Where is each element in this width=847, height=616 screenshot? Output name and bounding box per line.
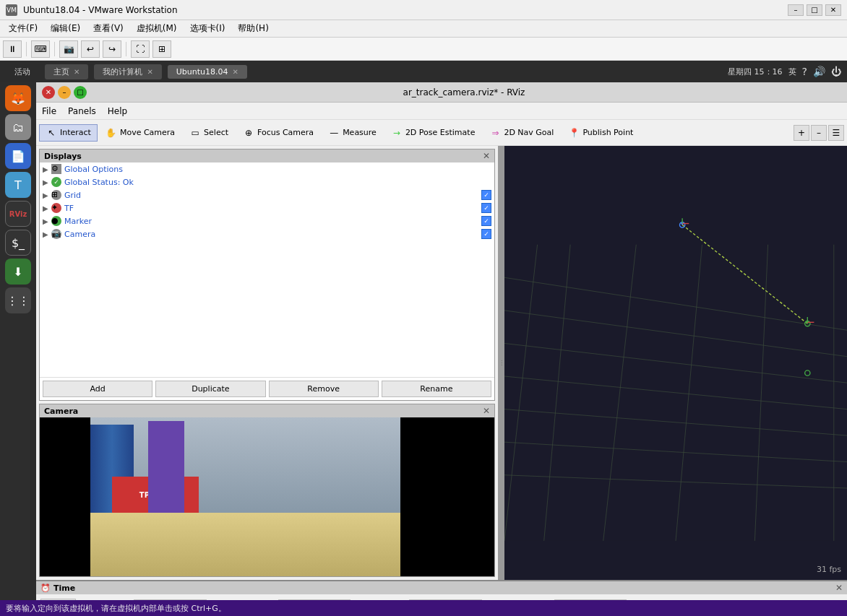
dock-download[interactable]: ⬇ xyxy=(5,259,31,285)
rviz-minimize-button[interactable]: – xyxy=(58,86,71,99)
tf-checkbox[interactable]: ✓ xyxy=(481,203,491,213)
snapshot-button[interactable]: 📷 xyxy=(59,40,78,58)
tab-mycomputer-close[interactable]: ✕ xyxy=(147,68,152,76)
ubuntu-home[interactable]: 活动 xyxy=(6,64,39,79)
menu-tabs[interactable]: 选项卡(I) xyxy=(184,21,231,36)
tool-select[interactable]: ▭ Select xyxy=(183,124,235,142)
manage-button[interactable]: ↪ xyxy=(103,40,121,58)
minimize-button[interactable]: – xyxy=(788,4,804,16)
dock-apps[interactable]: ⋮⋮ xyxy=(5,287,31,313)
rviz-maximize-button[interactable]: □ xyxy=(74,86,87,99)
display-item-global-status[interactable]: ▶ ✓ Global Status: Ok xyxy=(40,175,494,188)
vmware-title: Ubuntu18.04 - VMware Workstation xyxy=(23,5,788,15)
tab-home-label: 主页 xyxy=(53,66,69,77)
3d-grid xyxy=(504,146,847,541)
menu-vm[interactable]: 虚拟机(M) xyxy=(131,21,183,36)
rviz-main-content: Displays ✕ ▶ ⚙ Global Options ▶ ✓ Global… xyxy=(36,146,847,580)
vmware-titlebar: VM Ubuntu18.04 - VMware Workstation – □ … xyxy=(0,0,847,20)
expand-marker[interactable]: ▶ xyxy=(43,217,51,225)
tool-2d-nav-label: 2D Nav Goal xyxy=(504,128,554,137)
dock-rviz[interactable]: RViz xyxy=(5,201,31,227)
ubuntu-help-icon[interactable]: ? xyxy=(802,66,807,77)
resize-handle[interactable]: ⋮ xyxy=(499,146,504,580)
tab-mycomputer[interactable]: 我的计算机 ✕ xyxy=(94,64,161,79)
tab-home-close[interactable]: ✕ xyxy=(74,68,79,76)
tool-move-camera[interactable]: ✋ Move Camera xyxy=(99,124,181,142)
tab-ubuntu1804-close[interactable]: ✕ xyxy=(233,68,238,76)
tool-interact[interactable]: ↖ Interact xyxy=(39,124,98,142)
remove-display-button[interactable]: Remove xyxy=(269,381,379,397)
dock-text[interactable]: T xyxy=(5,172,31,198)
display-item-grid[interactable]: ▶ ⊞ Grid ✓ xyxy=(40,188,494,201)
unity-button[interactable]: ⊞ xyxy=(152,40,171,58)
ubuntu-power-icon[interactable]: ⏻ xyxy=(831,66,841,77)
ubuntu-dock: 🦊 🗂 📄 T RViz $_ ⬇ ⋮⋮ xyxy=(0,82,36,616)
menu-edit[interactable]: 编辑(E) xyxy=(45,21,86,36)
displays-close-button[interactable]: ✕ xyxy=(483,151,490,161)
pause-button[interactable]: ⏸ xyxy=(3,40,22,58)
restore-button[interactable]: □ xyxy=(807,4,822,16)
dock-office[interactable]: 📄 xyxy=(5,143,31,169)
add-tool-button[interactable]: + xyxy=(794,125,809,141)
tool-measure[interactable]: — Measure xyxy=(322,124,383,142)
close-button[interactable]: ✕ xyxy=(825,4,841,16)
camera-content: TP-LINK xyxy=(90,417,400,576)
tool-focus-camera[interactable]: ⊕ Focus Camera xyxy=(236,124,320,142)
tab-ubuntu1804-label: Ubuntu18.04 xyxy=(176,67,228,77)
send-ctrlaltdel-button[interactable]: ⌨ xyxy=(31,40,50,58)
display-item-camera[interactable]: ▶ 📷 Camera ✓ xyxy=(40,227,494,240)
camera-papers xyxy=(90,513,400,576)
measure-icon: — xyxy=(328,127,340,139)
dock-terminal[interactable]: $_ xyxy=(5,230,31,256)
revert-button[interactable]: ↩ xyxy=(81,40,100,58)
marker-icon: ● xyxy=(51,216,61,226)
duplicate-display-button[interactable]: Duplicate xyxy=(155,381,265,397)
tab-home[interactable]: 主页 ✕ xyxy=(45,64,88,79)
remove-tool-button[interactable]: – xyxy=(811,125,827,141)
tool-2d-nav[interactable]: ⇒ 2D Nav Goal xyxy=(483,124,560,142)
rviz-close-button[interactable]: ✕ xyxy=(42,86,55,99)
time-panel-close[interactable]: ✕ xyxy=(835,583,843,593)
expand-grid[interactable]: ▶ xyxy=(43,191,51,199)
expand-global-options[interactable]: ▶ xyxy=(43,165,51,173)
tool-publish-point[interactable]: 📍 Publish Point xyxy=(562,124,640,142)
add-display-button[interactable]: Add xyxy=(43,381,152,397)
camera-checkbox[interactable]: ✓ xyxy=(481,229,491,239)
tool-interact-label: Interact xyxy=(60,128,91,137)
global-status-label: Global Status: Ok xyxy=(64,178,134,187)
rviz-3d-view[interactable]: 31 fps xyxy=(504,146,847,580)
tool-move-camera-label: Move Camera xyxy=(120,128,175,137)
display-item-marker[interactable]: ▶ ● Marker ✓ xyxy=(40,214,494,227)
camera-display-label: Camera xyxy=(64,230,95,239)
menu-view[interactable]: 查看(V) xyxy=(87,21,129,36)
tab-ubuntu1804[interactable]: Ubuntu18.04 ✕ xyxy=(168,65,247,79)
toolbar-sep-2 xyxy=(54,42,55,56)
expand-camera[interactable]: ▶ xyxy=(43,230,51,238)
rviz-menu-help[interactable]: Help xyxy=(108,106,127,116)
move-camera-icon: ✋ xyxy=(106,127,117,139)
ubuntu-taskbar: 活动 主页 ✕ 我的计算机 ✕ Ubuntu18.04 ✕ 星期四 15：16 … xyxy=(0,61,847,82)
rviz-menu-file[interactable]: File xyxy=(42,106,56,116)
tool-publish-point-label: Publish Point xyxy=(582,128,633,137)
camera-panel-close[interactable]: ✕ xyxy=(483,406,490,416)
rviz-menu-panels[interactable]: Panels xyxy=(68,106,96,116)
marker-checkbox[interactable]: ✓ xyxy=(481,216,491,226)
camera-image-view[interactable]: TP-LINK xyxy=(40,417,494,576)
fullscreen-button[interactable]: ⛶ xyxy=(131,40,150,58)
dock-firefox[interactable]: 🦊 xyxy=(5,85,31,111)
dock-files[interactable]: 🗂 xyxy=(5,114,31,140)
tool-focus-camera-label: Focus Camera xyxy=(257,128,314,137)
displays-footer: Add Duplicate Remove Rename xyxy=(40,377,494,400)
expand-tf[interactable]: ▶ xyxy=(43,204,51,212)
ubuntu-volume-icon[interactable]: 🔊 xyxy=(813,66,825,77)
ubuntu-lang: 英 xyxy=(788,66,796,77)
menu-help[interactable]: 帮助(H) xyxy=(232,21,274,36)
toolbar-settings-button[interactable]: ☰ xyxy=(828,125,844,141)
rename-display-button[interactable]: Rename xyxy=(382,381,491,397)
grid-checkbox[interactable]: ✓ xyxy=(481,190,491,200)
menu-file[interactable]: 文件(F) xyxy=(3,21,43,36)
expand-global-status[interactable]: ▶ xyxy=(43,178,51,186)
tool-2d-pose[interactable]: → 2D Pose Estimate xyxy=(384,124,482,142)
display-item-tf[interactable]: ▶ ✦ TF ✓ xyxy=(40,201,494,214)
display-item-global-options[interactable]: ▶ ⚙ Global Options xyxy=(40,162,494,175)
